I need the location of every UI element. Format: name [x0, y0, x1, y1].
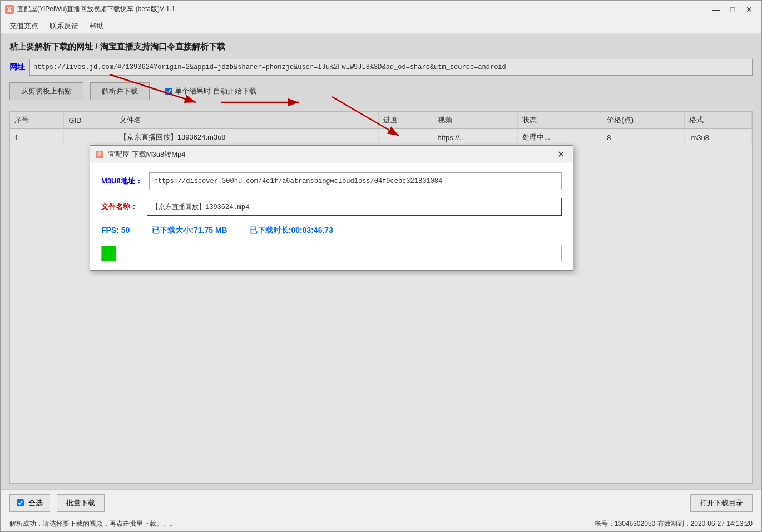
modal-progress-bar [101, 246, 562, 261]
col-gid: GID [64, 112, 115, 129]
status-left-text: 解析成功，请选择要下载的视频，再点击批里下载。。。 [9, 519, 176, 529]
col-filename: 文件名 [115, 112, 378, 129]
download-modal: 宜 宜配屋 下载M3u8转Mp4 ✕ M3U8地址： 文件名称： [90, 145, 573, 271]
auto-download-checkbox[interactable] [165, 88, 172, 95]
batch-download-button[interactable]: 批量下载 [57, 494, 105, 512]
title-bar: 宜 宜配屋(YiPeiWu)直播回放视频下载快车 (beta版)V 1.1 — … [1, 1, 761, 18]
menu-item-help[interactable]: 帮助 [85, 19, 108, 33]
modal-title: 宜配屋 下载M3u8转Mp4 [108, 150, 554, 160]
filename-input[interactable] [147, 198, 562, 216]
fps-stat: FPS: 50 [101, 226, 130, 236]
menu-bar: 充值充点 联系反馈 帮助 [1, 18, 761, 34]
cell-video: https://... [433, 129, 517, 146]
maximize-button[interactable]: □ [725, 3, 740, 16]
paste-button[interactable]: 从剪切板上粘贴 [9, 82, 83, 100]
m3u8-field-row: M3U8地址： [101, 172, 562, 190]
col-status: 状态 [517, 112, 602, 129]
close-button[interactable]: ✕ [741, 3, 757, 16]
main-window: 宜 宜配屋(YiPeiWu)直播回放视频下载快车 (beta版)V 1.1 — … [0, 0, 762, 532]
table-row: 1 【京东直播回放】1393624.m3u8 https://... 处理中..… [10, 129, 752, 146]
cell-format: .m3u8 [684, 129, 751, 146]
main-content: 粘上要解析下载的网址 / 淘宝直播支持淘口令直接解析下载 网址 从剪切板上粘贴 … [1, 34, 761, 489]
button-row: 从剪切板上粘贴 解析并下载 单个结果时 自动开始下载 [9, 80, 753, 102]
analyze-download-button[interactable]: 解析并下载 [90, 82, 150, 100]
cell-status: 处理中... [517, 129, 602, 146]
open-folder-button[interactable]: 打开下载目录 [690, 494, 753, 512]
col-format: 格式 [684, 112, 751, 129]
m3u8-input[interactable] [149, 172, 562, 190]
bottom-left-controls: 全选 批量下载 [9, 494, 105, 512]
auto-download-option: 单个结果时 自动开始下载 [165, 86, 256, 96]
m3u8-label: M3U8地址： [101, 176, 142, 186]
col-price: 价格(点) [602, 112, 684, 129]
url-row: 网址 [9, 59, 753, 76]
select-all-button[interactable]: 全选 [9, 494, 50, 512]
col-video: 视频 [433, 112, 517, 129]
cell-seq: 1 [10, 129, 64, 146]
filename-field-row: 文件名称： [101, 198, 562, 216]
select-all-checkbox[interactable] [17, 499, 24, 506]
modal-stats-row: FPS: 50 已下载大小:71.75 MB 已下载时长:00:03:46.73 [101, 223, 562, 238]
download-table: 序号 GID 文件名 进度 视频 状态 价格(点) 格式 1 【京东直播回放】 [10, 112, 752, 146]
auto-download-label[interactable]: 单个结果时 自动开始下载 [175, 86, 256, 96]
downloaded-duration-stat: 已下载时长:00:03:46.73 [250, 226, 333, 236]
cell-price: 8 [602, 129, 684, 146]
url-input[interactable] [29, 59, 753, 76]
status-right-text: 帐号：13046302050 有效期到：2020-06-27 14:13:20 [595, 519, 753, 529]
col-seq: 序号 [10, 112, 64, 129]
bottom-bar: 全选 批量下载 打开下载目录 [1, 489, 761, 516]
modal-title-bar: 宜 宜配屋 下载M3u8转Mp4 ✕ [90, 146, 573, 163]
cell-progress [378, 129, 433, 146]
modal-progress-fill [102, 246, 116, 261]
menu-item-topup[interactable]: 充值充点 [5, 19, 43, 33]
window-controls: — □ ✕ [708, 3, 757, 16]
url-label: 网址 [9, 62, 25, 72]
instruction-text: 粘上要解析下载的网址 / 淘宝直播支持淘口令直接解析下载 [9, 39, 753, 54]
filename-label: 文件名称： [101, 202, 140, 212]
col-progress: 进度 [378, 112, 433, 129]
window-title: 宜配屋(YiPeiWu)直播回放视频下载快车 (beta版)V 1.1 [17, 4, 708, 14]
modal-app-icon: 宜 [96, 151, 103, 158]
select-all-label: 全选 [28, 498, 43, 508]
cell-gid [64, 129, 115, 146]
modal-body: M3U8地址： 文件名称： FPS: 50 已下载大小:71.75 MB 已下载… [90, 163, 573, 270]
minimize-button[interactable]: — [708, 3, 724, 16]
status-bar: 解析成功，请选择要下载的视频，再点击批里下载。。。 帐号：13046302050… [1, 516, 761, 531]
table-header-row: 序号 GID 文件名 进度 视频 状态 价格(点) 格式 [10, 112, 752, 129]
cell-filename: 【京东直播回放】1393624.m3u8 [115, 129, 378, 146]
downloaded-size-stat: 已下载大小:71.75 MB [152, 226, 227, 236]
menu-item-feedback[interactable]: 联系反馈 [45, 19, 83, 33]
app-icon: 宜 [5, 5, 14, 14]
modal-close-button[interactable]: ✕ [554, 149, 567, 160]
